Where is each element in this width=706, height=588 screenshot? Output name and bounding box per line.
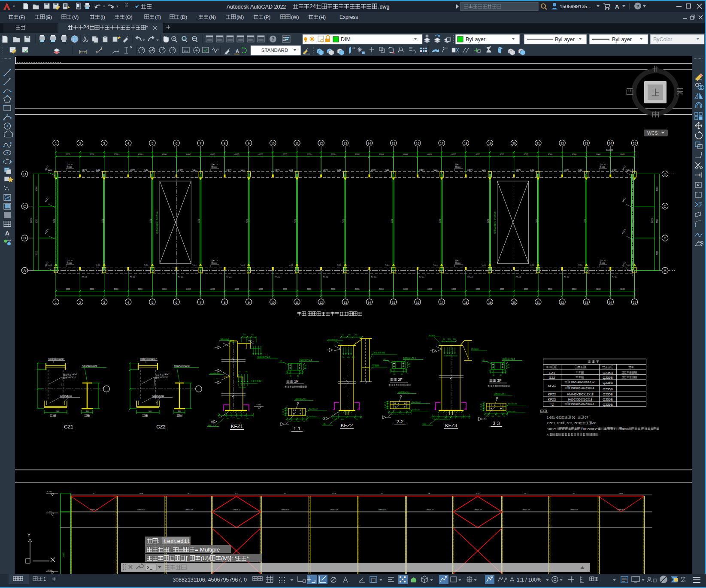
svg-text:6000: 6000 [114,288,119,290]
svg-text:8000: 8000 [36,250,38,255]
svg-text:19: 19 [488,301,492,304]
svg-text:125: 125 [297,421,300,422]
svg-text:11: 11 [295,142,298,145]
svg-text:KFZ1: KFZ1 [130,275,135,278]
svg-text::: : [287,385,287,388]
svg-text:ZC3: ZC3 [574,422,580,425]
svg-text:KC3: KC3 [69,166,73,168]
svg-text:CZ1: CZ1 [337,169,341,171]
svg-text:70 150 150 150 150 70: 70 150 150 150 150 70 [433,419,450,420]
svg-text:4.: 4. [547,433,549,437]
svg-text:9: 9 [248,301,250,305]
svg-text:-420x16: -420x16 [428,335,435,337]
svg-text:(W): (W) [291,15,299,20]
svg-text:1.GJ1: 1.GJ1 [547,416,555,419]
svg-text:15: 15 [392,301,395,304]
svg-text:3.KFZ1: 3.KFZ1 [547,428,557,431]
svg-text:220: 220 [341,419,344,420]
svg-text:6000: 6000 [331,154,336,156]
svg-text:12: 12 [319,301,323,304]
svg-text:300: 300 [86,410,89,412]
svg-text:CZ1: CZ1 [385,169,390,171]
svg-text:(O): (O) [125,15,133,20]
svg-text:KFZ1: KFZ1 [516,169,521,172]
svg-text:21: 21 [536,142,540,145]
svg-text:GJ1: GJ1 [583,219,586,223]
svg-text:CZ1: CZ1 [578,169,582,171]
svg-text:KFZ1: KFZ1 [178,275,183,278]
svg-text:6000: 6000 [90,154,94,156]
svg-text:ZC2: ZC2 [235,492,238,495]
svg-text:CZ1: CZ1 [96,169,100,171]
svg-text:CHB03-07: CHB03-07 [522,509,530,511]
svg-text:GZ1: GZ1 [96,263,100,266]
svg-text:B: B [664,236,666,240]
svg-text:8000: 8000 [36,186,38,191]
svg-text:6000: 6000 [476,154,480,156]
svg-text:24: 24 [609,142,612,145]
svg-text:KC3: KC3 [602,166,606,168]
svg-text:40: 40 [409,366,410,368]
svg-text:2: 2 [79,301,81,305]
svg-text:3F: 3F [497,378,502,383]
svg-text:40: 40 [480,404,482,405]
svg-text:GJ1: GJ1 [149,219,152,223]
svg-text:KC3: KC3 [69,262,73,264]
svg-text:GZ1: GZ1 [385,263,390,266]
svg-text:6000: 6000 [355,154,360,156]
svg-text:50: 50 [302,371,303,373]
svg-text:CZ1: CZ1 [192,169,197,171]
svg-text:GXB: GXB [619,492,623,495]
svg-text::: : [391,383,391,386]
svg-text:1: 1 [43,576,46,582]
svg-text:(V): (V) [72,15,79,20]
svg-text:6: 6 [176,301,178,305]
svg-text:15: 15 [392,142,395,145]
svg-text:340: 340 [56,410,60,412]
svg-text:H350X300X11X17: H350X300X11X17 [48,358,64,360]
svg-text:-0.150: -0.150 [256,404,261,406]
svg-text:11: 11 [295,301,298,304]
svg-text:40: 40 [384,407,386,409]
svg-text:HM294X200X6X12: HM294X200X6X12 [570,380,594,383]
svg-text:GZ1: GZ1 [64,424,73,429]
svg-text:CHB03-07: CHB03-07 [137,509,145,511]
svg-text:25: 25 [633,142,636,145]
svg-text:140x7: 140x7 [71,373,77,376]
svg-text:6000: 6000 [259,154,264,156]
svg-text:GC: GC [93,492,95,495]
svg-text:24: 24 [309,3,316,9]
svg-text:KFZ1: KFZ1 [227,169,232,172]
svg-text:6000: 6000 [210,288,215,290]
svg-text:(I): (I) [100,15,105,20]
svg-text:22: 22 [561,301,564,304]
svg-text:40: 40 [384,402,386,404]
svg-text:7: 7 [200,142,202,145]
svg-text:M20: M20 [503,358,507,360]
svg-text:ByLayer: ByLayer [612,36,632,42]
svg-text:-40x640x12: -40x640x12 [411,409,420,411]
svg-text:40: 40 [480,409,482,410]
svg-text:70: 70 [407,414,409,416]
svg-text:6000: 6000 [186,288,191,290]
svg-text:5: 5 [152,301,154,305]
svg-text:-08: -08 [592,422,596,425]
svg-text:80: 80 [500,374,502,376]
svg-text:1000X10: 1000X10 [160,376,168,379]
svg-text:6000: 6000 [427,288,432,290]
svg-text:6000: 6000 [138,154,143,156]
svg-text:80: 80 [297,375,299,377]
svg-text:,: , [306,311,307,316]
svg-text:50: 50 [489,370,491,372]
svg-text:KFZ1: KFZ1 [548,384,556,388]
svg-text:-450x340x18: -450x340x18 [507,403,517,405]
svg-text:[: [ [186,555,188,561]
svg-text:Q235B: Q235B [603,376,612,380]
svg-text:Autodesk AutoCAD 2022: Autodesk AutoCAD 2022 [227,4,286,10]
svg-text:KC12: KC12 [213,259,218,262]
svg-text:70: 70 [289,421,291,422]
svg-text:-320x640x8: -320x640x8 [220,338,230,340]
svg-text:C200X25X10: C200X25X10 [60,395,72,397]
svg-text:20: 20 [239,371,241,373]
svg-text:A: A [664,268,666,273]
